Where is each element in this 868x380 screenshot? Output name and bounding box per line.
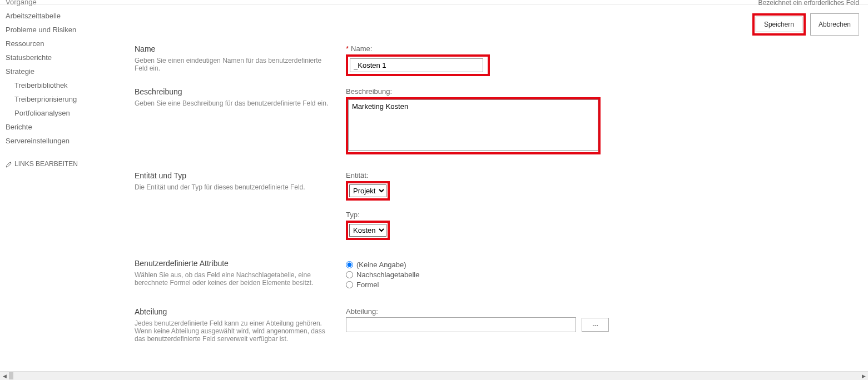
abteilung-input[interactable]	[346, 317, 576, 332]
attr-radio-none-label: (Keine Angabe)	[356, 261, 406, 269]
attr-radio-formula-row[interactable]: Formel	[346, 281, 859, 289]
section-attribute-desc: Wählen Sie aus, ob das Feld eine Nachsch…	[135, 271, 335, 287]
sidebar-item-arbeitszeit[interactable]: Arbeitszeittabelle	[4, 9, 116, 23]
attr-radio-formula-label: Formel	[356, 281, 379, 289]
top-border	[0, 0, 868, 4]
cancel-button[interactable]: Abbrechen	[810, 13, 859, 36]
attr-radio-none[interactable]	[346, 261, 353, 268]
beschreibung-field-label: Beschreibung:	[346, 87, 859, 96]
sidebar-item-treiberbib[interactable]: Treiberbibliothek	[4, 78, 116, 92]
section-attribute: Benutzerdefinierte Attribute Wählen Sie …	[135, 259, 859, 291]
section-abteilung: Abteilung Jedes benutzerdefinierte Feld …	[135, 307, 859, 343]
sidebar-item-vorgaenge[interactable]: Vorgänge	[4, 0, 116, 9]
entitaet-select[interactable]: Projekt	[349, 184, 386, 197]
section-beschreibung-desc: Geben Sie eine Beschreibung für das benu…	[135, 99, 335, 107]
required-star-icon: *	[346, 44, 349, 53]
entitaet-field-label: Entität:	[346, 171, 859, 179]
section-name: Name Geben Sie einen eindeutigen Namen f…	[135, 44, 859, 76]
section-attribute-title: Benutzerdefinierte Attribute	[135, 259, 335, 268]
scroll-left-arrow-icon[interactable]: ◀	[0, 372, 9, 380]
sidebar-item-ressourcen[interactable]: Ressourcen	[4, 37, 116, 51]
section-entitaet: Entität und Typ Die Entität und der Typ …	[135, 171, 859, 240]
save-button[interactable]: Speichern	[756, 17, 802, 32]
name-field-label: *Name:	[346, 44, 859, 53]
attr-radio-none-row[interactable]: (Keine Angabe)	[346, 261, 859, 269]
beschreibung-textarea[interactable]	[348, 99, 598, 151]
section-name-desc: Geben Sie einen eindeutigen Namen für da…	[135, 57, 335, 72]
attr-radio-lookup[interactable]	[346, 271, 353, 278]
sidebar-nav: Vorgänge Arbeitszeittabelle Probleme und…	[4, 0, 116, 170]
typ-field-label: Typ:	[346, 211, 859, 219]
section-beschreibung: Beschreibung Geben Sie eine Beschreibung…	[135, 87, 859, 154]
attr-radio-lookup-label: Nachschlagetabelle	[356, 271, 419, 279]
edit-links-label: LINKS BEARBEITEN	[14, 160, 78, 168]
pencil-icon	[6, 161, 12, 168]
sidebar-item-treiberprio[interactable]: Treiberpriorisierung	[4, 92, 116, 106]
abteilung-browse-button[interactable]: ...	[582, 318, 609, 332]
sidebar-item-probleme[interactable]: Probleme und Risiken	[4, 23, 116, 37]
abteilung-field-label: Abteilung:	[346, 307, 859, 316]
sidebar-item-statusberichte[interactable]: Statusberichte	[4, 51, 116, 64]
required-field-note: Bezeichnet ein erforderliches Feld	[752, 0, 859, 7]
sidebar-item-strategie[interactable]: Strategie	[4, 64, 116, 78]
name-input[interactable]	[350, 58, 483, 72]
section-abteilung-desc: Jedes benutzerdefinierte Feld kann zu ei…	[135, 319, 335, 343]
section-name-title: Name	[135, 44, 335, 53]
edit-links-button[interactable]: LINKS BEARBEITEN	[4, 158, 116, 170]
typ-select[interactable]: Kosten	[349, 224, 386, 237]
section-entitaet-desc: Die Entität und der Typ für dieses benut…	[135, 183, 335, 191]
top-right-area: Bezeichnet ein erforderliches Feld Speic…	[752, 0, 859, 36]
attr-radio-formula[interactable]	[346, 281, 353, 288]
horizontal-scrollbar[interactable]: ◀ ▶	[0, 371, 868, 380]
sidebar-item-berichte[interactable]: Berichte	[4, 120, 116, 134]
scroll-thumb[interactable]	[9, 372, 13, 379]
sidebar-item-portfolio[interactable]: Portfolioanalysen	[4, 106, 116, 120]
section-beschreibung-title: Beschreibung	[135, 87, 335, 96]
section-abteilung-title: Abteilung	[135, 307, 335, 316]
form-content: Name Geben Sie einen eindeutigen Namen f…	[135, 44, 859, 354]
sidebar-item-servereinst[interactable]: Servereinstellungen	[4, 134, 116, 148]
scroll-right-arrow-icon[interactable]: ▶	[859, 372, 868, 380]
section-entitaet-title: Entität und Typ	[135, 171, 335, 180]
attr-radio-lookup-row[interactable]: Nachschlagetabelle	[346, 271, 859, 279]
